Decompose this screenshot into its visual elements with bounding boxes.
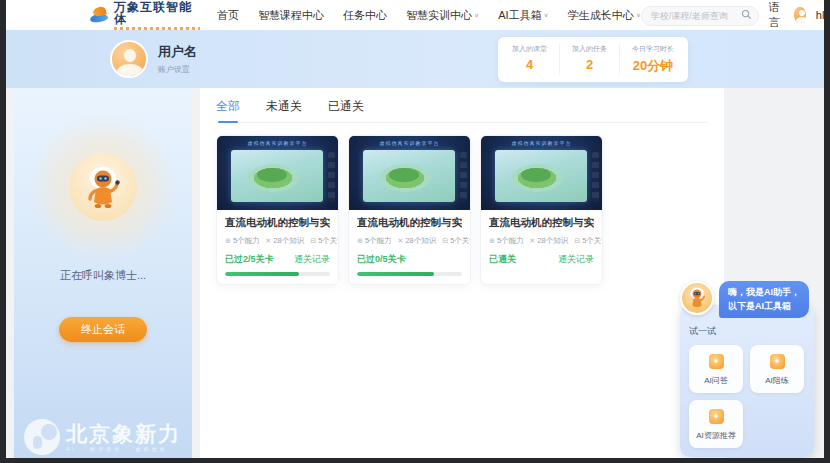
course-meta: ⊕5个能力 ✕28个知识 ⊟5个关卡 [225,236,330,246]
company-watermark: 北京象新力 AI · 数字孪生 · 虚拟仿真 [24,419,181,455]
assistant-glow [30,114,176,260]
course-meta: ⊕5个能力 ✕28个知识 ⊟5个关卡 [357,236,462,246]
user-avatar[interactable] [794,7,805,23]
stat-value: 2 [572,57,607,72]
app-window: 万象互联智能体 首页 智慧课程中心 任务中心 智慧实训中心∨ AI工具箱∨ 学生… [6,0,824,458]
ai-assistant-sidebar: 正在呼叫象博士... 终止会话 北京象新力 AI · 数字孪生 · 虚拟仿真 [14,88,192,458]
banner-user-block: 用户名 账户设置 [110,40,197,78]
company-name: 北京象新力 [66,423,181,444]
progress-status: 已过2/5关卡 [225,253,274,266]
brand-logo-text: 万象互联智能体 [114,1,201,30]
thumbnail-scene [363,150,455,202]
course-thumbnail: 虚拟仿真实训教学平台 [217,136,338,210]
ai-resources-icon: ✦ [709,409,724,424]
pass-record-link[interactable]: 通关记录 [294,253,330,266]
account-settings-link[interactable]: 账户设置 [158,64,197,75]
assistant-avatar[interactable] [680,281,714,315]
tab-all[interactable]: 全部 [216,98,240,115]
banner-user-text: 用户名 账户设置 [158,43,197,75]
course-thumbnail: 虚拟仿真实训教学平台 [349,136,470,210]
tool-ai-resources[interactable]: ✦ AI资源推荐 [689,400,743,448]
thumbnail-scene [231,150,323,202]
meta-capabilities: ⊕5个能力 [489,236,524,246]
elephant-logo-icon [24,419,60,455]
meta-levels: ⊟5个关卡 [442,236,471,246]
company-name-block: 北京象新力 AI · 数字孪生 · 虚拟仿真 [66,423,181,452]
chevron-down-icon: ∨ [544,12,549,18]
assistant-greeting-bubble: 嗨，我是AI助手， 以下是AI工具箱 [719,281,809,318]
stat-label: 加入的课堂 [512,44,547,54]
course-thumbnail: 虚拟仿真实训教学平台 [481,136,602,210]
tool-ai-qa[interactable]: ✦ AI问答 [689,345,743,393]
course-panel: 全部 未通关 已通关 虚拟仿真实训教学平台 直流电动机的控制与实现 [200,88,724,458]
tool-label: AI问答 [704,375,728,386]
search-icon[interactable] [741,9,752,20]
course-card[interactable]: 虚拟仿真实训教学平台 直流电动机的控制与实现 ⊕5个能力 ✕28个知识 ⊟5个关… [216,135,339,285]
search-box [641,5,759,26]
ai-toolbox-widget: 嗨，我是AI助手， 以下是AI工具箱 试一试 ✦ AI问答 ✦ AI陪练 [680,281,814,457]
nav-right-group: 语言 hlh2 [641,0,824,30]
ai-qa-icon: ✦ [709,354,724,369]
menu-item-home[interactable]: 首页 [217,8,239,23]
progress-bar [225,272,330,276]
progress-bar [357,272,462,276]
meta-capabilities: ⊕5个能力 [357,236,392,246]
thumbnail-caption: 虚拟仿真实训教学平台 [349,140,470,146]
meta-levels: ⊟5个关卡 [574,236,603,246]
stats-card: 加入的课堂 4 加入的任务 2 今日学习时长 20分钟 [498,37,688,82]
top-navbar: 万象互联智能体 首页 智慧课程中心 任务中心 智慧实训中心∨ AI工具箱∨ 学生… [6,0,824,30]
stop-session-button[interactable]: 终止会话 [59,317,147,342]
chevron-down-icon: ∨ [474,12,479,18]
menu-item-training[interactable]: 智慧实训中心∨ [406,8,479,23]
status-row: 已过0/5关卡 [357,253,462,266]
try-it-label: 试一试 [689,325,805,338]
course-card-list: 虚拟仿真实训教学平台 直流电动机的控制与实现 ⊕5个能力 ✕28个知识 ⊟5个关… [216,135,708,285]
stat-value: 4 [512,57,547,72]
progress-status: 已过0/5关卡 [357,253,406,266]
knowledge-icon: ✕ [266,237,272,245]
course-title: 直流电动机的控制与实现 [357,216,462,230]
brand-logo-icon [90,7,109,23]
course-title: 直流电动机的控制与实现 [489,216,594,230]
pass-record-link[interactable]: 通关记录 [558,253,594,266]
course-card[interactable]: 虚拟仿真实训教学平台 直流电动机的控制与实现 ⊕5个能力 ✕28个知识 ⊟5个关… [480,135,603,285]
tab-passed[interactable]: 已通关 [328,98,364,115]
stat-label: 今日学习时长 [632,44,674,54]
progress-fill [225,272,299,276]
calling-status-text: 正在呼叫象博士... [60,268,146,283]
screen-frame: 万象互联智能体 首页 智慧课程中心 任务中心 智慧实训中心∨ AI工具箱∨ 学生… [0,0,830,463]
content-area: 正在呼叫象博士... 终止会话 北京象新力 AI · 数字孪生 · 虚拟仿真 全… [6,88,824,458]
brand-logo[interactable]: 万象互联智能体 [90,1,201,30]
menu-item-tasks[interactable]: 任务中心 [343,8,387,23]
greeting-line-2: 以下是AI工具箱 [728,300,800,314]
capability-icon: ⊕ [489,237,495,245]
progress-status: 已通关 [489,253,516,266]
language-switch[interactable]: 语言 [769,0,785,30]
tab-not-passed[interactable]: 未通关 [266,98,302,115]
thumbnail-caption: 虚拟仿真实训教学平台 [481,140,602,146]
course-card-body: 直流电动机的控制与实现 ⊕5个能力 ✕28个知识 ⊟5个关卡 已通关 通关记录 [481,210,602,274]
stat-value: 20分钟 [632,57,674,75]
thumbnail-toolbar [460,152,467,202]
avatar[interactable] [110,40,148,78]
progress-fill [357,272,434,276]
course-card-body: 直流电动机的控制与实现 ⊕5个能力 ✕28个知识 ⊟5个关卡 已过0/5关卡 [349,210,470,284]
levels-icon: ⊟ [574,237,580,245]
main-menu: 首页 智慧课程中心 任务中心 智慧实训中心∨ AI工具箱∨ 学生成长中心∨ [217,8,641,23]
nav-username[interactable]: hlh2 [816,9,824,21]
robot-icon [78,162,128,212]
menu-item-growth[interactable]: 学生成长中心∨ [568,8,641,23]
thumbnail-scene [495,150,587,202]
stat-joined-tasks: 加入的任务 2 [559,44,619,75]
menu-item-ai-toolbox[interactable]: AI工具箱∨ [498,8,549,23]
meta-knowledge: ✕28个知识 [530,236,569,246]
meta-knowledge: ✕28个知识 [398,236,437,246]
menu-item-courses[interactable]: 智慧课程中心 [258,8,324,23]
toolbox-header: 嗨，我是AI助手， 以下是AI工具箱 [680,281,814,318]
tool-ai-practice[interactable]: ✦ AI陪练 [750,345,804,393]
company-tagline: AI · 数字孪生 · 虚拟仿真 [66,447,181,452]
course-card-body: 直流电动机的控制与实现 ⊕5个能力 ✕28个知识 ⊟5个关卡 已过2/5关卡 通… [217,210,338,284]
toolbox-panel: 试一试 ✦ AI问答 ✦ AI陪练 ✦ AI资源推荐 [680,305,814,457]
course-card[interactable]: 虚拟仿真实训教学平台 直流电动机的控制与实现 ⊕5个能力 ✕28个知识 ⊟5个关… [348,135,471,285]
levels-icon: ⊟ [442,237,448,245]
